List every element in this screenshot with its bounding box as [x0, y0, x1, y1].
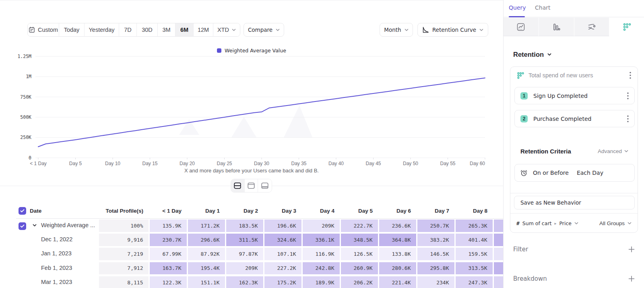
add-filter-button[interactable]: [628, 246, 635, 253]
report-type-funnel[interactable]: [539, 18, 574, 36]
main-panel: CustomTodayYesterday7D30D3M6M12MXTD Comp…: [0, 0, 503, 288]
tab-query[interactable]: Query: [509, 4, 526, 11]
cell-day-value: 230.7K: [150, 234, 187, 246]
cell-total-profiles: 7,912: [99, 262, 149, 275]
row-date-label[interactable]: Feb 1, 2023: [41, 265, 72, 271]
x-axis-label: < 1 Day: [30, 161, 47, 166]
row-date-label[interactable]: Jan 1, 2023: [41, 250, 72, 257]
split-view-icon: [233, 182, 242, 190]
measure-picker[interactable]: # Sum of cart ▸ Price: [516, 220, 599, 226]
numeric-property-icon: #: [516, 220, 520, 226]
range-label: 30D: [142, 27, 153, 33]
header-divider: [16, 218, 503, 219]
advanced-dropdown[interactable]: Advanced: [598, 148, 628, 154]
range-6m[interactable]: 6M: [175, 23, 194, 36]
row-date-label[interactable]: Mar 1, 2023: [41, 279, 72, 285]
criteria-row[interactable]: On or Before Each Day: [514, 164, 635, 182]
cell-day-value: 163.7K: [150, 262, 187, 275]
report-type-tabs: [504, 18, 644, 36]
step-row-2[interactable]: 2 Purchase Completed: [514, 110, 635, 127]
report-type-insights[interactable]: [504, 18, 539, 36]
section-title[interactable]: Retention: [513, 51, 551, 58]
cell-total-profiles: 7,219: [99, 248, 149, 260]
granularity-button[interactable]: Month: [380, 23, 413, 37]
row-date-label[interactable]: Dec 1, 2022: [41, 236, 72, 242]
step-row-1[interactable]: 1 Sign Up Completed: [514, 87, 635, 104]
cell-day-value: 296.6K: [188, 234, 225, 246]
range-label: XTD: [217, 27, 229, 33]
series-line[interactable]: [38, 78, 485, 147]
report-type-retention[interactable]: [609, 18, 644, 36]
x-axis-label: Day 15: [142, 161, 157, 166]
layout-toggle-chart-view[interactable]: [245, 179, 258, 192]
compare-button[interactable]: Compare: [244, 23, 284, 37]
range-yesterday[interactable]: Yesterday: [85, 23, 119, 36]
cell-day-value: 234K: [417, 276, 454, 288]
range-label: Yesterday: [89, 27, 115, 33]
range-xtd[interactable]: XTD: [213, 23, 240, 36]
step-label: Purchase Completed: [533, 116, 621, 122]
y-axis-label: 250K: [20, 135, 31, 140]
range-12m[interactable]: 12M: [194, 23, 213, 36]
card-divider: [510, 193, 638, 193]
x-axis-label: Day 20: [180, 161, 195, 166]
chart-view-icon: [247, 182, 255, 190]
breakdown-section: Breakdown: [513, 275, 635, 282]
cell-day-value: 221.4K: [379, 276, 416, 288]
range-7d[interactable]: 7D: [119, 23, 137, 36]
y-axis-label: 1.25M: [17, 54, 31, 59]
range-custom[interactable]: Custom: [28, 23, 59, 36]
col-header-date[interactable]: Date: [30, 208, 41, 214]
range-today[interactable]: Today: [59, 23, 85, 36]
chart-type-button[interactable]: Retention Curve: [417, 23, 488, 37]
breakdown-label: Breakdown: [513, 275, 628, 282]
criteria-frequency[interactable]: Each Day: [577, 170, 603, 176]
x-axis-label: Day 55: [440, 161, 455, 166]
range-3m[interactable]: 3M: [158, 23, 175, 36]
x-axis-label: Day 35: [291, 161, 306, 166]
add-breakdown-button[interactable]: [628, 276, 635, 282]
cell-day-value: 175.2K: [264, 276, 301, 288]
group-picker[interactable]: All Groups: [599, 220, 632, 226]
expand-caret-icon[interactable]: [33, 224, 37, 227]
chevron-down-icon: [574, 222, 578, 225]
cell-day-value: 196.6K: [264, 220, 301, 232]
calendar-icon: [29, 27, 35, 33]
report-type-flows[interactable]: [574, 18, 610, 36]
cell-day-value: 242.8K: [303, 262, 340, 275]
caret-right-icon: ▸: [554, 221, 556, 226]
layout-toggle-split-view[interactable]: [231, 179, 245, 192]
advanced-label: Advanced: [598, 148, 622, 154]
query-sidebar: Query Chart: [503, 0, 644, 288]
row-checkbox[interactable]: [19, 222, 26, 230]
kebab-menu-icon[interactable]: [627, 92, 629, 99]
range-30d[interactable]: 30D: [137, 23, 158, 36]
cell-day-value-partial: [494, 234, 504, 246]
tab-chart-label: Chart: [535, 4, 550, 11]
cell-day-value: 206.2K: [341, 276, 378, 288]
flows-icon: [587, 23, 596, 31]
step-number-badge: 1: [520, 92, 528, 99]
criteria-when[interactable]: On or Before: [533, 170, 569, 176]
group-label: All Groups: [599, 220, 625, 226]
cell-day-value: 151.1K: [188, 276, 225, 288]
cell-day-value: 122.3K: [150, 276, 187, 288]
row-checkbox[interactable]: [19, 207, 26, 215]
save-as-new-behavior-button[interactable]: Save as New Behavior: [514, 196, 635, 209]
cell-day-value: 67.99K: [150, 248, 187, 260]
layout-toggle-table-view[interactable]: [258, 179, 272, 192]
x-axis-label: Day 40: [328, 161, 344, 166]
col-header-10[interactable]: Day 8: [435, 208, 487, 214]
row-date-label[interactable]: Weighted Average ...: [41, 222, 95, 228]
save-as-new-behavior-label: Save as New Behavior: [520, 199, 581, 206]
retention-criteria-title: Retention Criteria: [520, 148, 598, 155]
section-title-label: Retention: [513, 51, 544, 58]
retention-criteria-header: Retention Criteria Advanced: [520, 148, 628, 155]
layout-toggle-group: [231, 179, 272, 193]
kebab-menu-icon[interactable]: [627, 115, 629, 122]
kebab-menu-icon[interactable]: [630, 72, 631, 79]
tab-chart[interactable]: Chart: [535, 4, 550, 11]
cell-day-value: 313.5K: [456, 262, 493, 275]
alarm-clock-icon: [520, 169, 528, 177]
compare-label: Compare: [248, 27, 272, 33]
